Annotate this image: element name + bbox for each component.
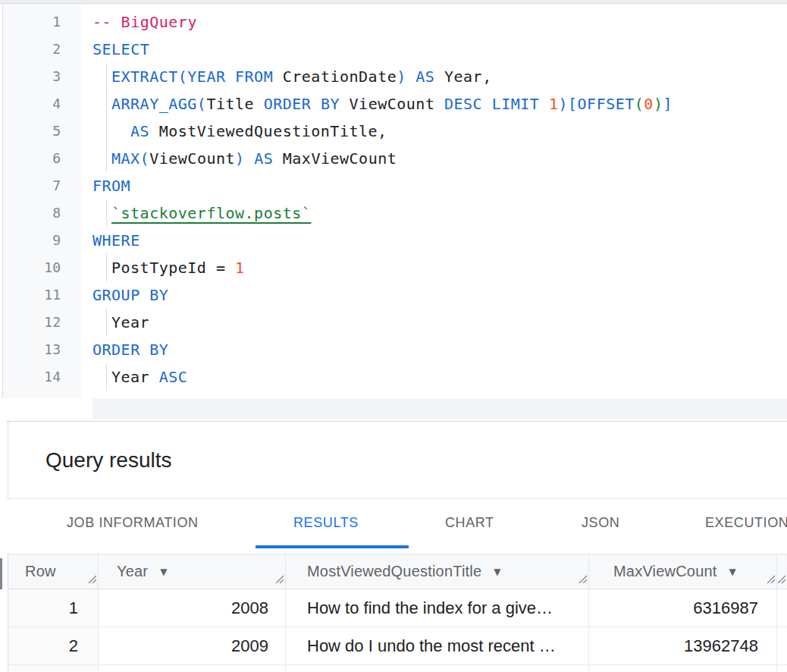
results-table: RowYear▼MostViewedQuestionTitle▼MaxViewC…: [8, 554, 787, 671]
tab-job-information[interactable]: JOB INFORMATION: [67, 499, 199, 546]
code-token: MaxViewCount: [283, 149, 397, 168]
code-text: SELECT: [92, 36, 149, 63]
code-line[interactable]: 13ORDER BY: [0, 336, 787, 363]
code-token: ): [654, 95, 663, 113]
code-line[interactable]: 5AS MostViewedQuestionTitle,: [0, 118, 787, 145]
code-token: ARRAY_AGG(: [111, 95, 206, 113]
cell-empty: [589, 665, 777, 671]
code-token: AS: [130, 122, 149, 140]
column-header-label: MaxViewCount: [613, 563, 717, 580]
code-line[interactable]: 11GROUP BY: [0, 281, 787, 309]
code-text: GROUP BY: [92, 281, 168, 309]
line-number: 13: [3, 336, 61, 363]
code-text: AS MostViewedQuestionTitle,: [92, 118, 387, 145]
tab-results[interactable]: RESULTS: [293, 499, 359, 546]
cell-empty: [99, 665, 286, 671]
code-token: PostTypeId =: [111, 259, 235, 277]
code-token: ) AS: [397, 68, 444, 86]
column-resize-grip-icon[interactable]: [776, 570, 785, 587]
line-number: 6: [3, 145, 61, 172]
tab-chart[interactable]: CHART: [445, 499, 494, 546]
code-line[interactable]: 3EXTRACT(YEAR FROM CreationDate) AS Year…: [0, 63, 787, 90]
column-resize-grip-icon[interactable]: [577, 570, 587, 587]
column-header-year[interactable]: Year▼: [99, 554, 286, 589]
code-text: WHERE: [92, 227, 140, 254]
code-token: MAX(: [111, 149, 149, 168]
code-line[interactable]: 2SELECT: [0, 36, 787, 63]
code-line[interactable]: 12Year: [0, 309, 787, 336]
editor-horizontal-scrollbar[interactable]: [92, 399, 787, 419]
line-number: 11: [3, 281, 61, 309]
code-line[interactable]: 7FROM: [0, 172, 787, 199]
code-token: ORDER BY: [92, 341, 168, 359]
table-header-row: RowYear▼MostViewedQuestionTitle▼MaxViewC…: [8, 554, 787, 589]
code-line[interactable]: 8`stackoverflow.posts`: [0, 199, 787, 227]
column-resize-grip-icon[interactable]: [765, 570, 775, 587]
code-line[interactable]: 9WHERE: [0, 227, 787, 254]
code-token: 1: [235, 259, 245, 277]
column-menu-arrow-icon[interactable]: ▼: [494, 567, 500, 577]
code-token: -- BigQuery: [92, 13, 197, 31]
code-token: ASC: [159, 368, 188, 386]
line-number: 5: [3, 118, 61, 145]
code-text: ORDER BY: [92, 336, 168, 363]
column-header-label: Row: [25, 563, 56, 580]
cell-maxviewcount: 13962748: [589, 627, 777, 664]
code-token: (: [635, 95, 644, 113]
code-token: )[OFFSET: [558, 95, 634, 113]
query-results-title: Query results: [45, 422, 172, 498]
code-token: 0: [644, 95, 654, 113]
left-scrollbar-thumb[interactable]: [0, 558, 2, 589]
panel-divider: [6, 421, 787, 422]
code-token: WHERE: [92, 231, 140, 250]
code-token: EXTRACT(YEAR FROM: [111, 68, 283, 86]
cell-row: 2: [8, 627, 99, 664]
code-text: ARRAY_AGG(Title ORDER BY ViewCount DESC …: [92, 90, 673, 118]
cell-filler: [777, 665, 787, 671]
code-token: ORDER BY: [254, 95, 349, 113]
code-line[interactable]: 6MAX(ViewCount) AS MaxViewCount: [0, 145, 787, 172]
line-number: 4: [3, 90, 61, 118]
cell-maxviewcount: 6316987: [589, 589, 777, 626]
code-token: ViewCount: [350, 95, 435, 113]
code-token: ) AS: [235, 149, 283, 168]
cell-mostviewedquestiontitle: How to find the index for a give…: [286, 589, 589, 626]
code-line[interactable]: 14Year ASC: [0, 363, 787, 391]
cell-empty: [286, 665, 589, 671]
code-text: `stackoverflow.posts`: [92, 199, 311, 227]
column-menu-arrow-icon[interactable]: ▼: [729, 567, 736, 577]
tab-execution-details[interactable]: EXECUTION DETAILS: [705, 499, 787, 546]
code-text: MAX(ViewCount) AS MaxViewCount: [92, 145, 397, 172]
code-line[interactable]: 10PostTypeId = 1: [0, 254, 787, 281]
column-header-label: Year: [117, 563, 148, 580]
code-token: GROUP BY: [92, 286, 168, 304]
column-header-row[interactable]: Row: [8, 554, 99, 589]
column-header-filler: [777, 554, 787, 589]
code-token: Title: [206, 95, 254, 113]
table-reference-link[interactable]: `stackoverflow.posts`: [111, 204, 311, 222]
column-resize-grip-icon[interactable]: [86, 570, 96, 587]
code-token: CreationDate: [283, 68, 397, 86]
tab-json[interactable]: JSON: [582, 499, 619, 546]
code-line[interactable]: 4ARRAY_AGG(Title ORDER BY ViewCount DESC…: [0, 90, 787, 118]
code-text: -- BigQuery: [92, 8, 197, 36]
code-token: FROM: [92, 177, 130, 195]
column-header-maxviewcount[interactable]: MaxViewCount▼: [589, 554, 777, 589]
code-text: Year: [92, 309, 149, 336]
line-number: 7: [3, 172, 61, 199]
code-line[interactable]: 1-- BigQuery: [0, 8, 787, 36]
column-header-mostviewedquestiontitle[interactable]: MostViewedQuestionTitle▼: [286, 554, 589, 589]
table-row-partial: [8, 665, 787, 671]
column-menu-arrow-icon[interactable]: ▼: [160, 567, 167, 577]
column-resize-grip-icon[interactable]: [274, 570, 284, 587]
sql-editor[interactable]: 1-- BigQuery2SELECT3EXTRACT(YEAR FROM Cr…: [0, 4, 787, 398]
code-text: FROM: [92, 172, 130, 199]
code-token: 1: [549, 95, 559, 113]
code-text: Year ASC: [92, 363, 187, 391]
code-token: MostViewedQuestionTitle,: [149, 122, 387, 140]
column-header-label: MostViewedQuestionTitle: [307, 563, 481, 580]
table-row: 12008How to find the index for a give…63…: [8, 589, 787, 627]
line-number: 12: [3, 309, 61, 336]
code-token: Year,: [444, 68, 492, 86]
code-token: Year: [111, 313, 149, 331]
